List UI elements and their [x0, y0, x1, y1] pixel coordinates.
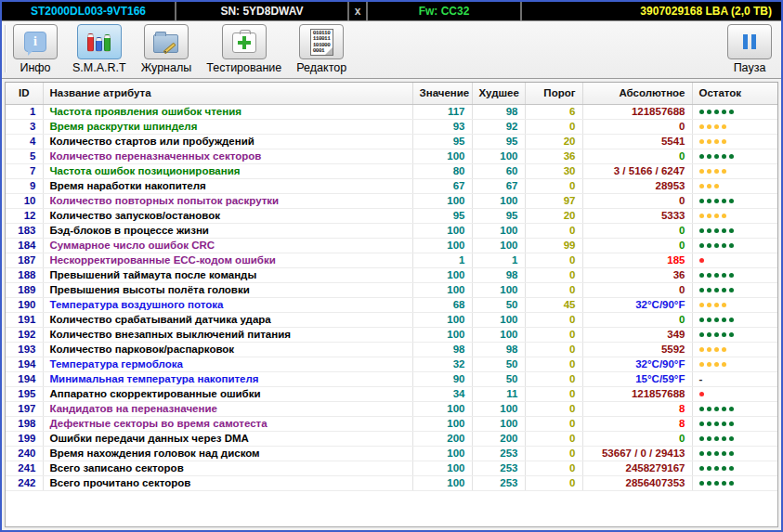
table-row[interactable]: 5Количество переназначенных секторов1001… — [6, 149, 777, 163]
health-dot — [699, 243, 704, 248]
health-dot — [714, 422, 719, 426]
cell-id: 240 — [6, 446, 43, 461]
editor-button-label: Редактор — [296, 61, 346, 74]
table-row[interactable]: 1Частота проявления ошибок чтения1179861… — [6, 104, 777, 119]
table-row[interactable]: 3Время раскрутки шпинделя939200 — [6, 119, 777, 134]
table-row[interactable]: 4Количество стартов или пробуждений95952… — [6, 134, 777, 149]
table-row[interactable]: 242Всего прочитано секторов1002530285640… — [6, 475, 777, 490]
health-dot — [699, 273, 704, 278]
table-row[interactable]: 191Количество срабатываний датчика удара… — [6, 312, 777, 327]
cell-id: 7 — [6, 163, 43, 178]
table-row[interactable]: 187Нескорректированные ECC-кодом ошибки1… — [6, 253, 777, 267]
cell-attribute-name: Количество повторных попыток раскрутки — [43, 193, 412, 208]
health-dot — [707, 422, 711, 426]
close-tab-button[interactable]: x — [347, 2, 366, 20]
health-dot — [714, 303, 719, 307]
cell-value: 67 — [412, 178, 472, 193]
health-dot — [714, 184, 719, 188]
health-dot — [707, 436, 711, 441]
editor-button[interactable]: 010110 110011 101000 0001 Редактор — [296, 24, 346, 74]
table-row[interactable]: 188Превышений таймаута после команды1009… — [6, 267, 777, 282]
drive-firmware: Fw: CC32 — [366, 2, 520, 20]
table-row[interactable]: 194Температура гермоблока3250032°C/90°F — [6, 357, 777, 371]
health-dot — [722, 273, 726, 278]
pause-button-face[interactable] — [727, 24, 772, 59]
header-worst[interactable]: Худшее — [472, 83, 525, 104]
table-row[interactable]: 10Количество повторных попыток раскрутки… — [6, 193, 777, 208]
header-value[interactable]: Значение — [412, 83, 472, 104]
table-row[interactable]: 12Количество запусков/остановок959520533… — [6, 208, 777, 223]
cell-id: 1 — [6, 104, 43, 119]
table-row[interactable]: 183Бэд-блоков в процессе жизни10010000 — [6, 223, 777, 238]
health-dot — [722, 451, 726, 456]
health-dot — [722, 436, 726, 441]
cell-value: 100 — [412, 327, 472, 342]
cell-attribute-name: Количество срабатываний датчика удара — [43, 312, 412, 327]
cell-id: 190 — [6, 297, 43, 312]
pause-button-label: Пауза — [734, 61, 766, 74]
table-row[interactable]: 198Дефектные секторы во время самотеста1… — [6, 416, 777, 431]
cell-attribute-name: Всего записано секторов — [43, 461, 412, 475]
cell-value: 100 — [412, 475, 472, 490]
health-dot — [722, 139, 726, 144]
table-row[interactable]: 189Превышения высоты полёта головки10010… — [6, 282, 777, 297]
header-threshold[interactable]: Порог — [525, 83, 582, 104]
health-dot — [699, 258, 704, 263]
smart-button-face[interactable] — [77, 24, 122, 59]
table-row[interactable]: 7Частота ошибок позиционирования8060303 … — [6, 163, 777, 178]
health-dot — [699, 466, 704, 471]
cell-id: 241 — [6, 461, 43, 475]
table-row[interactable]: 240Время нахождения головок над диском10… — [6, 446, 777, 461]
cell-id: 192 — [6, 327, 43, 342]
cell-attribute-name: Температура гермоблока — [43, 357, 412, 371]
table-row[interactable]: 194Минимальная температура накопителя905… — [6, 371, 777, 386]
health-dot — [714, 273, 719, 278]
cell-absolute: 5541 — [582, 134, 692, 149]
cell-attribute-name: Количество парковок/распарковок — [43, 342, 412, 357]
pause-button[interactable]: Пауза — [727, 24, 772, 74]
cell-absolute: 28953 — [582, 178, 692, 193]
health-dot — [722, 347, 726, 352]
header-remaining[interactable]: Остаток — [692, 83, 777, 104]
header-name[interactable]: Название атрибута — [43, 83, 412, 104]
health-dot — [707, 451, 711, 456]
cell-absolute: 3 / 5166 / 6247 — [582, 163, 692, 178]
health-dot — [707, 228, 711, 233]
table-row[interactable]: 184Суммарное число ошибок CRC100100990 — [6, 238, 777, 253]
cell-worst: 100 — [472, 312, 525, 327]
cell-attribute-name: Время нахождения головок над диском — [43, 446, 412, 461]
cell-threshold: 6 — [525, 104, 582, 119]
table-row[interactable]: 195Аппаратно скорректированные ошибки341… — [6, 386, 777, 401]
journals-button-label: Журналы — [141, 61, 192, 74]
cell-value: 68 — [412, 297, 472, 312]
journals-button-face[interactable] — [144, 24, 189, 59]
pause-icon — [743, 34, 756, 49]
table-row[interactable]: 9Время наработки накопителя6767028953 — [6, 178, 777, 193]
health-dot — [722, 169, 726, 174]
table-row[interactable]: 190Температура воздушного потока68504532… — [6, 297, 777, 312]
smart-button[interactable]: S.M.A.R.T — [72, 24, 126, 74]
cell-remaining-health — [692, 163, 777, 178]
info-button-face[interactable]: i — [13, 24, 58, 59]
health-dot — [707, 362, 711, 367]
editor-button-face[interactable]: 010110 110011 101000 0001 — [299, 24, 344, 59]
health-dot — [722, 214, 726, 218]
table-row[interactable]: 197Кандидатов на переназначение10010008 — [6, 401, 777, 416]
health-dot — [699, 451, 704, 456]
header-id[interactable]: ID — [6, 83, 43, 104]
cell-value: 100 — [412, 267, 472, 282]
health-dot — [729, 451, 734, 456]
table-row[interactable]: 199Ошибки передачи данных через DMA20020… — [6, 431, 777, 446]
table-row[interactable]: 193Количество парковок/распарковок989805… — [6, 342, 777, 357]
health-dot — [722, 303, 726, 307]
header-absolute[interactable]: Абсолютное — [582, 83, 692, 104]
table-row[interactable]: 192Количество внезапных выключений питан… — [6, 327, 777, 342]
journals-button[interactable]: Журналы — [141, 24, 192, 74]
info-button[interactable]: i Инфо — [13, 24, 58, 74]
cell-absolute: 2856407353 — [582, 475, 692, 490]
table-row[interactable]: 241Всего записано секторов10025302458279… — [6, 461, 777, 475]
cell-worst: 95 — [472, 208, 525, 223]
testing-button-face[interactable] — [222, 24, 267, 59]
cell-threshold: 0 — [525, 312, 582, 327]
testing-button[interactable]: Тестирование — [206, 24, 281, 74]
